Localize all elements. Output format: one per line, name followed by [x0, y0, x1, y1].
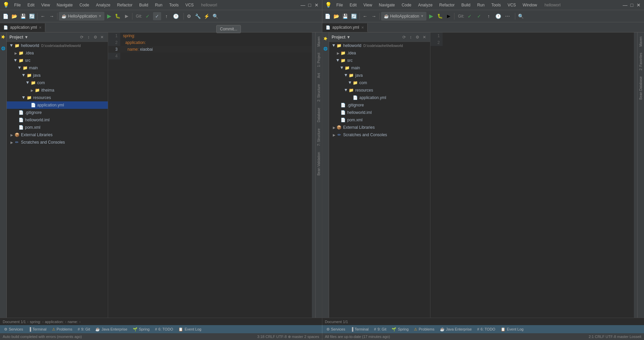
right-menu-edit[interactable]: Edit	[348, 2, 359, 8]
left-tree-iml[interactable]: ▶ 📄 helloworld.iml	[7, 116, 108, 124]
left-tree-com[interactable]: ▶ 📁 com	[7, 79, 108, 87]
right-tree-gitignore[interactable]: ▶ 📄 .gitignore	[329, 101, 430, 109]
right-status-event-log[interactable]: 📋 Event Log	[499, 325, 525, 333]
right-menu-view[interactable]: View	[362, 2, 374, 8]
left-debug-btn[interactable]: 🐛	[114, 12, 122, 20]
right-maximize-btn[interactable]: □	[629, 2, 635, 8]
right-run-config[interactable]: ☕ HelloApplication ▼	[381, 12, 427, 21]
left-vtab-database[interactable]: Database	[316, 105, 322, 125]
left-spring-crumb[interactable]: spring:	[30, 320, 41, 324]
left-git-check-btn[interactable]: ✓	[144, 12, 152, 20]
left-vtab-bean[interactable]: Bean Validation	[316, 149, 322, 178]
left-tree-pom[interactable]: ▶ 📄 pom.xml	[7, 124, 108, 131]
left-tree-application-yml[interactable]: ▶ 📄 application.yml	[7, 101, 108, 109]
right-menu-code[interactable]: Code	[400, 2, 414, 8]
right-back-btn[interactable]: ←	[361, 12, 369, 20]
right-status-todo[interactable]: # 6: TODO	[476, 325, 497, 333]
right-sidebar-sync-btn[interactable]: ⟳	[401, 34, 407, 40]
left-name-crumb[interactable]: name:	[68, 320, 78, 324]
left-run2-btn[interactable]: ⚡	[203, 12, 211, 20]
left-editor-content[interactable]: 1 spring: 2 application: 3 name: xiaobai	[108, 32, 312, 318]
left-application-crumb[interactable]: application:	[45, 320, 64, 324]
left-sidebar-collapse-btn[interactable]: ↕	[85, 34, 92, 40]
left-search-btn[interactable]: 🔍	[212, 12, 220, 20]
right-sidebar-close-btn[interactable]: ✕	[421, 34, 427, 40]
left-open-btn[interactable]: 📂	[10, 12, 18, 20]
right-tree-pom[interactable]: ▶ 📄 pom.xml	[329, 116, 430, 124]
right-minimize-btn[interactable]: —	[622, 2, 628, 8]
right-git-history-btn[interactable]: 🕐	[494, 12, 502, 20]
left-sidebar-sync-btn[interactable]: ⟳	[79, 34, 85, 40]
left-tools2-btn[interactable]: 🔧	[194, 12, 202, 20]
left-run-config[interactable]: ☕ HelloApplication ▼	[59, 12, 104, 21]
right-status-git[interactable]: # 9: Git	[373, 325, 388, 333]
left-close-btn[interactable]: ✕	[314, 2, 319, 8]
left-menu-file[interactable]: File	[12, 2, 23, 8]
right-search-btn[interactable]: 🔍	[517, 12, 525, 20]
right-tab-close[interactable]: ✕	[361, 26, 364, 29]
left-tree-resources[interactable]: ▶ 📁 resources	[7, 94, 108, 101]
right-tree-com[interactable]: ▶ 📁 com	[329, 79, 430, 87]
right-git-check2-btn[interactable]: ✓	[475, 12, 483, 20]
right-tree-java[interactable]: ▶ 📁 java	[329, 72, 430, 79]
right-status-problems[interactable]: ⚠ Problems	[413, 325, 436, 333]
left-status-services[interactable]: ⚙ Services	[3, 325, 24, 333]
left-menu-navigate[interactable]: Navigate	[55, 2, 75, 8]
left-vert-tab-web[interactable]: 🌐	[0, 44, 6, 53]
right-scrollbar[interactable]	[634, 32, 637, 318]
right-vtab-favorites[interactable]: 2: Favorites	[638, 50, 644, 73]
left-status-git[interactable]: # 9: Git	[76, 325, 91, 333]
right-tree-scratches[interactable]: ▶ ✏ Scratches and Consoles	[329, 131, 430, 139]
right-run-btn[interactable]: ▶	[427, 12, 435, 20]
left-tree-main[interactable]: ▶ 📁 main	[7, 64, 108, 72]
left-scrollbar[interactable]	[312, 32, 315, 318]
left-tree-gitignore[interactable]: ▶ 📄 .gitignore	[7, 109, 108, 116]
left-save-btn[interactable]: 💾	[19, 12, 27, 20]
right-menu-build[interactable]: Build	[459, 2, 472, 8]
right-menu-file[interactable]: File	[335, 2, 345, 8]
left-menu-edit[interactable]: Edit	[25, 2, 36, 8]
left-minimize-btn[interactable]: —	[300, 2, 306, 8]
right-git-more-btn[interactable]: ⋯	[503, 12, 512, 20]
left-new-file-btn[interactable]: 📄	[1, 12, 9, 20]
left-vtab-ant[interactable]: Ant	[316, 70, 322, 81]
left-vert-tab-favorites[interactable]: ⭐	[0, 34, 8, 40]
left-vtab-structure[interactable]: 2: Structure	[316, 81, 322, 104]
right-tree-application-yml[interactable]: ▶ 📄 application.yml	[329, 94, 430, 101]
right-sync-btn[interactable]: 🔄	[350, 12, 358, 20]
left-menu-run[interactable]: Run	[153, 2, 165, 8]
right-tree-helloworld[interactable]: ▶ 📁 helloworld D:\code\xiaohei\helloworl…	[329, 42, 430, 49]
right-vtab-bean-db[interactable]: Bean Database	[638, 74, 644, 102]
left-sidebar-settings-btn[interactable]: ⚙	[92, 34, 98, 40]
left-menu-code[interactable]: Code	[77, 2, 91, 8]
left-back-btn[interactable]: ←	[39, 12, 47, 20]
left-tree-helloworld[interactable]: ▶ 📁 helloworld D:\code\xiaobai\helloworl…	[7, 42, 108, 49]
left-vtab-maven[interactable]: Maven	[316, 34, 322, 49]
right-menu-vcs[interactable]: VCS	[505, 2, 518, 8]
left-tab-close[interactable]: ✕	[39, 26, 42, 29]
right-git-check-btn[interactable]: ✓	[466, 12, 474, 20]
left-sync-btn[interactable]: 🔄	[28, 12, 36, 20]
right-menu-run[interactable]: Run	[475, 2, 487, 8]
left-vtab-7structure[interactable]: 7: Structure	[316, 126, 322, 149]
left-git-check2-btn[interactable]: ✓	[153, 12, 161, 20]
right-vert-tab-web[interactable]: 🌐	[322, 46, 330, 52]
left-tree-external-libs[interactable]: ▶ 📦 External Libraries	[7, 131, 108, 139]
left-tree-scratches[interactable]: ▶ ✏ Scratches and Consoles	[7, 139, 108, 146]
left-vtab-project[interactable]: 1: Project	[316, 50, 322, 70]
right-tree-external-libs[interactable]: ▶ 📦 External Libraries	[329, 124, 430, 131]
right-debug-btn[interactable]: 🐛	[436, 12, 444, 20]
right-status-spring[interactable]: 🌱 Spring	[390, 325, 410, 333]
left-status-event-log[interactable]: 📋 Event Log	[177, 325, 203, 333]
left-run-with-coverage-btn[interactable]: ▶	[123, 12, 131, 20]
right-sidebar-settings-btn[interactable]: ⚙	[415, 34, 421, 40]
left-settings-btn[interactable]: ⚙	[185, 12, 193, 20]
right-vtab-maven[interactable]: Maven	[638, 34, 644, 49]
left-status-spring[interactable]: 🌱 Spring	[131, 325, 151, 333]
right-tree-iml[interactable]: ▶ 📄 helloworld.iml	[329, 109, 430, 116]
right-vert-tab-star[interactable]: ⭐	[322, 36, 330, 42]
right-tree-src[interactable]: ▶ 📁 src	[329, 57, 430, 64]
left-tree-java[interactable]: ▶ 📁 java	[7, 72, 108, 79]
right-editor-content[interactable]: 1 2	[430, 32, 634, 318]
left-forward-btn[interactable]: →	[48, 12, 56, 20]
